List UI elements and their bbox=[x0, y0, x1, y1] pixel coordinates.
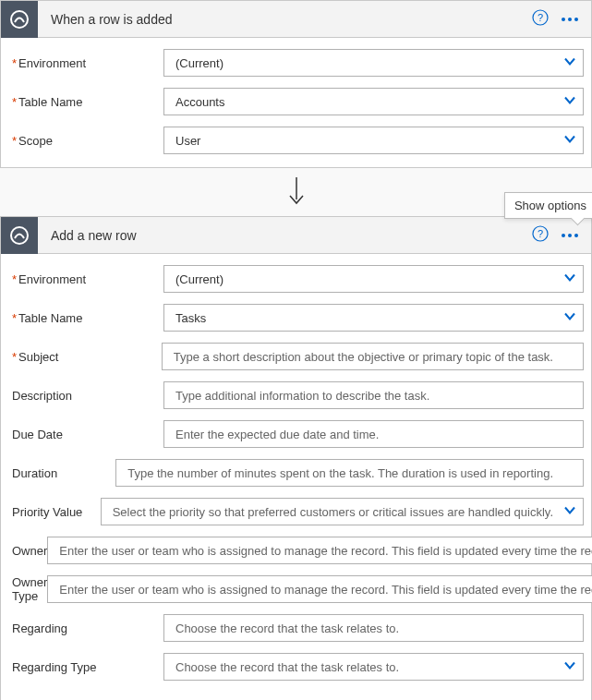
field-label: Subject bbox=[8, 350, 162, 364]
field-label: Environment bbox=[8, 272, 163, 286]
help-icon[interactable]: ? bbox=[532, 9, 549, 29]
more-icon[interactable] bbox=[562, 18, 578, 21]
field-label: Regarding Type bbox=[8, 660, 163, 674]
tooltip-show-options: Show options bbox=[504, 192, 592, 219]
select-value: (Current) bbox=[163, 49, 584, 77]
field-label: Priority Value bbox=[8, 505, 101, 519]
card-actions: ? Show options bbox=[519, 225, 591, 245]
due-date-input[interactable]: Enter the expected due date and time. bbox=[163, 420, 584, 448]
input-placeholder: Enter the expected due date and time. bbox=[163, 420, 584, 448]
input-placeholder: Choose the record that the task relates … bbox=[163, 614, 584, 642]
table-name-select[interactable]: Accounts bbox=[163, 88, 584, 115]
card-title: Add a new row bbox=[38, 228, 519, 243]
input-placeholder: Choose the record that the task relates … bbox=[163, 653, 584, 681]
field-subject: Subject Type a short description about t… bbox=[8, 343, 584, 370]
environment-select[interactable]: (Current) bbox=[163, 265, 584, 293]
svg-point-0 bbox=[11, 11, 28, 28]
card-header[interactable]: When a row is added ? bbox=[1, 1, 591, 38]
card-header[interactable]: Add a new row ? Show options bbox=[1, 217, 591, 254]
field-label: Table Name bbox=[8, 311, 163, 325]
card-actions: ? bbox=[519, 9, 591, 29]
select-value: User bbox=[163, 127, 584, 154]
svg-text:?: ? bbox=[538, 228, 543, 239]
select-value: (Current) bbox=[163, 265, 584, 293]
help-icon[interactable]: ? bbox=[532, 225, 549, 245]
field-label: Description bbox=[8, 389, 163, 403]
input-placeholder: Enter the user or team who is assigned t… bbox=[47, 537, 592, 564]
select-value: Accounts bbox=[163, 88, 584, 115]
input-placeholder: Type a short description about the objec… bbox=[162, 343, 584, 370]
owner-input[interactable]: Enter the user or team who is assigned t… bbox=[47, 537, 592, 564]
priority-select[interactable]: Select the priority so that preferred cu… bbox=[101, 498, 584, 525]
input-placeholder: Select the priority so that preferred cu… bbox=[101, 498, 584, 525]
field-table-name: Table Name Accounts bbox=[8, 88, 584, 115]
svg-text:?: ? bbox=[538, 12, 543, 23]
description-input[interactable]: Type additional information to describe … bbox=[163, 381, 584, 409]
input-placeholder: Enter the user or team who is assigned t… bbox=[47, 575, 592, 603]
subject-input[interactable]: Type a short description about the objec… bbox=[162, 343, 584, 370]
regarding-type-select[interactable]: Choose the record that the task relates … bbox=[163, 653, 584, 681]
field-regarding: Regarding Choose the record that the tas… bbox=[8, 614, 584, 642]
flow-arrow bbox=[0, 168, 592, 216]
more-icon[interactable] bbox=[562, 234, 578, 237]
field-environment: Environment (Current) bbox=[8, 49, 584, 77]
field-label: Duration bbox=[8, 466, 115, 480]
field-due-date: Due Date Enter the expected due date and… bbox=[8, 420, 584, 448]
field-label: Environment bbox=[8, 56, 163, 70]
action-card: Add a new row ? Show options Environment… bbox=[0, 216, 592, 700]
dataverse-icon bbox=[1, 217, 38, 254]
duration-input[interactable]: Type the number of minutes spent on the … bbox=[115, 459, 584, 487]
field-description: Description Type additional information … bbox=[8, 381, 584, 409]
field-label: Owner Type bbox=[8, 575, 47, 603]
svg-point-4 bbox=[11, 227, 28, 244]
field-label: Scope bbox=[8, 134, 163, 148]
field-regarding-type: Regarding Type Choose the record that th… bbox=[8, 653, 584, 681]
dataverse-icon bbox=[1, 1, 38, 38]
card-body: Environment (Current) Table Name Tasks S… bbox=[1, 254, 591, 700]
field-owner-type: Owner Type Enter the user or team who is… bbox=[8, 575, 584, 603]
field-duration: Duration Type the number of minutes spen… bbox=[8, 459, 584, 487]
select-value: Tasks bbox=[163, 304, 584, 332]
owner-type-select[interactable]: Enter the user or team who is assigned t… bbox=[47, 575, 592, 603]
table-name-select[interactable]: Tasks bbox=[163, 304, 584, 332]
field-owner: Owner Enter the user or team who is assi… bbox=[8, 537, 584, 564]
environment-select[interactable]: (Current) bbox=[163, 49, 584, 77]
regarding-input[interactable]: Choose the record that the task relates … bbox=[163, 614, 584, 642]
field-scope: Scope User bbox=[8, 127, 584, 154]
field-label: Due Date bbox=[8, 428, 163, 441]
scope-select[interactable]: User bbox=[163, 127, 584, 154]
input-placeholder: Type additional information to describe … bbox=[163, 381, 584, 409]
field-label: Regarding bbox=[8, 622, 163, 635]
field-environment: Environment (Current) bbox=[8, 265, 584, 293]
show-advanced-options-link[interactable]: Show advanced options bbox=[8, 692, 584, 700]
trigger-card: When a row is added ? Environment (Curre… bbox=[0, 0, 592, 168]
card-title: When a row is added bbox=[38, 12, 519, 27]
card-body: Environment (Current) Table Name Account… bbox=[1, 38, 591, 167]
field-table-name: Table Name Tasks bbox=[8, 304, 584, 332]
field-priority: Priority Value Select the priority so th… bbox=[8, 498, 584, 525]
field-label: Table Name bbox=[8, 95, 163, 109]
field-label: Owner bbox=[8, 544, 47, 558]
input-placeholder: Type the number of minutes spent on the … bbox=[115, 459, 584, 487]
